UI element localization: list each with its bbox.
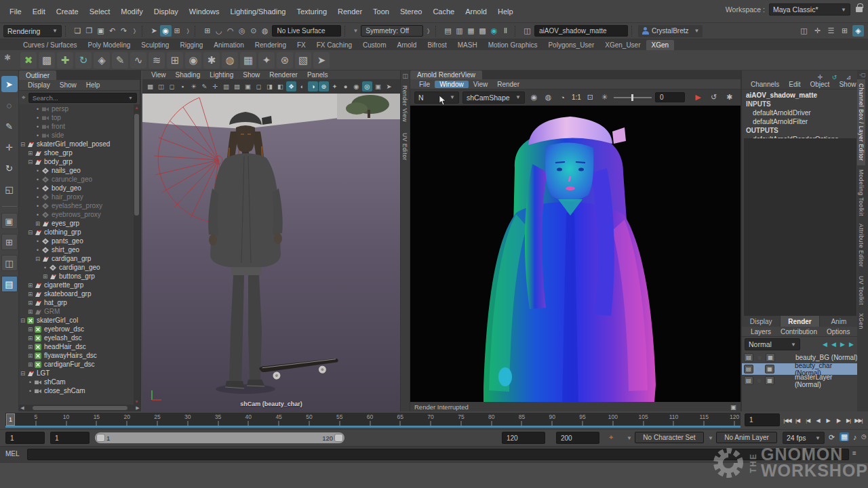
outliner-item-label[interactable]: shCam — [43, 378, 66, 386]
layer-menu-layers[interactable]: Layers — [746, 328, 776, 336]
outliner-item-label[interactable]: skateboard_grp — [43, 290, 92, 298]
undo-icon[interactable]: ↶ — [106, 25, 118, 37]
playback-range-slider[interactable]: 1 120 — [95, 432, 344, 443]
outliner-item-cardigan-geo[interactable]: •cardigan_geo — [19, 263, 135, 272]
menu-cache[interactable]: Cache — [427, 7, 460, 16]
menu-arnold[interactable]: Arnold — [460, 7, 492, 16]
expander-icon[interactable]: ⊞ — [26, 300, 34, 306]
xgen-interactive-icon[interactable]: ⊛ — [277, 52, 293, 68]
viewport-tool-icon-2[interactable]: ◻ — [167, 81, 177, 92]
outliner-item-shirt-geo[interactable]: •shirt_geo — [19, 245, 135, 254]
sidebar-tab-xgen[interactable]: XGen — [857, 309, 865, 333]
new-scene-icon[interactable]: ❏ — [72, 25, 83, 37]
expander-icon[interactable]: ⊟ — [19, 141, 26, 148]
rotate-tool[interactable]: ↻ — [1, 160, 18, 176]
shelf-tab-polygons-user[interactable]: Polygons_User — [542, 40, 599, 50]
outliner-item-label[interactable]: pants_geo — [50, 237, 83, 245]
viewport-tool-icon-11[interactable]: ◨ — [264, 81, 275, 92]
xgen-create-icon[interactable]: ✖ — [20, 52, 37, 68]
viewport-menu-panels[interactable]: Panels — [302, 71, 333, 79]
outliner-item-label[interactable]: eyelashes_proxy — [50, 202, 102, 209]
outliner-item-label[interactable]: cardigan_geo — [58, 264, 100, 271]
viewport-tool-icon-19[interactable]: ◉ — [351, 81, 361, 92]
menu-toon[interactable]: Toon — [368, 7, 395, 16]
outliner-item-body-grp[interactable]: ⊟body_grp — [19, 157, 135, 166]
outliner-item-grm[interactable]: ⊞GRM — [19, 307, 135, 316]
shelf-tab-motion-graphics[interactable]: Motion Graphics — [483, 40, 543, 50]
menu-lighting-shading[interactable]: Lighting/Shading — [224, 7, 291, 16]
workspace-dropdown[interactable]: Maya Classic*▼ — [769, 3, 850, 16]
character-set-arrow-icon[interactable]: ▼ — [625, 435, 633, 441]
outliner-item-shcam[interactable]: •shCam — [19, 378, 135, 386]
shelf-tab-animation[interactable]: Animation — [208, 40, 249, 50]
layer-visibility-icon[interactable]: ◌ — [755, 365, 764, 373]
outliner-item-label[interactable]: hat_grp — [43, 299, 67, 306]
outliner-item-label[interactable]: cigarette_grp — [43, 281, 83, 289]
expander-icon[interactable]: ⊟ — [26, 159, 34, 165]
redo-icon[interactable]: ↷ — [118, 25, 130, 37]
outliner-toggle-icon[interactable]: ◫ — [798, 25, 810, 37]
layer-name[interactable]: beauty_BG (Normal) — [776, 354, 858, 361]
scale-tool[interactable]: ◱ — [1, 181, 18, 197]
step-forward-frame-button[interactable]: ▶| — [844, 414, 853, 426]
group-expand-icon[interactable]: ❭ — [131, 28, 138, 34]
live-surface-field[interactable]: No Live Surface — [272, 25, 341, 37]
viewport-tool-icon-16[interactable]: ⊛ — [319, 81, 329, 92]
outliner-item-buttons-grp[interactable]: ⊞buttons_grp — [19, 272, 135, 281]
outliner-item-label[interactable]: cardiganFur_dsc — [43, 361, 94, 368]
shelf-tab-arnold[interactable]: Arnold — [391, 40, 422, 50]
menu-file[interactable]: File — [4, 7, 27, 16]
attribute-spreadsheet-icon[interactable]: ☰ — [825, 25, 837, 37]
menu-windows[interactable]: Windows — [184, 7, 225, 16]
outliner-item-label[interactable]: eyes_grp — [50, 220, 79, 227]
xgen-update-icon[interactable]: ↻ — [75, 52, 92, 68]
renderview-tab[interactable]: Arnold RenderView — [410, 70, 482, 79]
renderview-menu-file[interactable]: File — [414, 81, 435, 88]
menu-set-dropdown[interactable]: Rendering▼ — [3, 25, 62, 37]
shelf-tab-rendering[interactable]: Rendering — [250, 40, 292, 50]
expander-icon[interactable]: ⊞ — [26, 291, 34, 298]
outliner-item-hair-proxy[interactable]: •hair_proxy — [19, 192, 135, 201]
symmetry-field[interactable]: Symmetry: Off — [361, 25, 423, 37]
channelbox-menu-edit[interactable]: Edit — [784, 81, 805, 88]
xgen-add-icon[interactable]: ✚ — [57, 52, 73, 68]
layer-override-icon[interactable]: ▦ — [765, 376, 774, 385]
outliner-item-label[interactable]: clothing_grp — [43, 228, 81, 236]
anim-layer-dropdown[interactable]: No Anim Layer — [716, 432, 777, 443]
shelf-tab-fx[interactable]: FX — [292, 40, 311, 50]
outliner-item-skatergirl-model-posed[interactable]: ⊟skaterGirl_model_posed — [19, 140, 135, 148]
play-backwards-button[interactable]: ◀ — [813, 414, 823, 426]
menu-edit[interactable]: Edit — [27, 7, 51, 16]
lasso-select-tool[interactable]: ◌ — [1, 97, 18, 113]
xgen-comb-icon[interactable]: ≋ — [149, 52, 165, 68]
side-tab-render-view[interactable]: Render View — [401, 81, 409, 126]
sound-icon[interactable]: ♪ — [853, 433, 857, 441]
layout-four-pane[interactable]: ⊞ — [1, 234, 18, 250]
outliner-item-side[interactable]: •side — [19, 131, 135, 140]
outliner-item-label[interactable]: cardigan_grp — [50, 255, 91, 262]
layer-move-icon-2[interactable]: ▶ — [838, 341, 847, 348]
snapshot-icon[interactable]: ▣ — [730, 403, 736, 411]
layer-override-icon[interactable]: ▦ — [765, 365, 774, 373]
viewport-tool-icon-15[interactable]: ◑ — [308, 81, 318, 92]
viewport-tool-icon-7[interactable]: ▥ — [221, 81, 231, 92]
outliner-item-eyelash-dsc[interactable]: ⊞eyelash_dsc — [19, 333, 135, 342]
xgen-clump-icon[interactable]: ✱ — [203, 52, 220, 68]
layer-menu-contribution[interactable]: Contribution — [776, 328, 822, 336]
layer-renderable-icon[interactable]: ▤ — [744, 376, 753, 385]
layout-outliner-persp[interactable]: ▤ — [1, 276, 18, 292]
outliner-item-caruncle-geo[interactable]: •caruncle_geo — [19, 175, 135, 184]
playback-loop-icon[interactable]: ⟳ — [829, 433, 835, 442]
outliner-item-shoe-grp[interactable]: ⊞shoe_grp — [19, 148, 135, 157]
save-scene-icon[interactable]: ▣ — [95, 25, 106, 37]
sidebar-tab-attribute-editor[interactable]: Attribute Editor — [857, 220, 865, 271]
outliner-item-hat-grp[interactable]: ⊞hat_grp — [19, 298, 135, 307]
scroll-left-icon[interactable]: ◀ — [19, 405, 26, 411]
outliner-item-eyes-grp[interactable]: ⊞eyes_grp — [19, 219, 135, 228]
menu-render[interactable]: Render — [332, 7, 368, 16]
shelf-tab-poly-modeling[interactable]: Poly Modeling — [82, 40, 136, 50]
channel-dropdown[interactable]: N▼ — [414, 92, 459, 104]
shelf-tab-rigging[interactable]: Rigging — [174, 40, 208, 50]
viewport-menu-view[interactable]: View — [146, 71, 171, 79]
paint-select-tool[interactable]: ✎ — [1, 118, 18, 134]
